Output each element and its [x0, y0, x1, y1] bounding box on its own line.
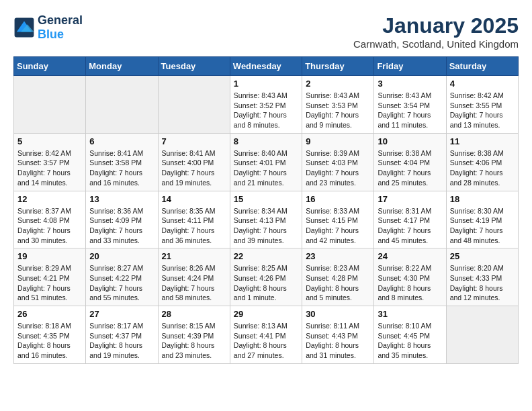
calendar-cell: 2Sunrise: 8:43 AM Sunset: 3:53 PM Daylig…	[302, 76, 374, 134]
cell-info: Sunrise: 8:22 AM Sunset: 4:30 PM Dayligh…	[378, 263, 442, 303]
cell-info: Sunrise: 8:42 AM Sunset: 3:57 PM Dayligh…	[17, 148, 82, 188]
calendar-table: SundayMondayTuesdayWednesdayThursdayFrid…	[13, 56, 519, 364]
cell-info: Sunrise: 8:40 AM Sunset: 4:01 PM Dayligh…	[234, 148, 298, 188]
logo: General Blue	[13, 13, 83, 42]
day-number: 24	[378, 251, 442, 261]
calendar-cell: 30Sunrise: 8:11 AM Sunset: 4:43 PM Dayli…	[302, 306, 374, 364]
day-number: 27	[89, 309, 154, 319]
calendar-cell	[14, 76, 86, 134]
calendar-cell	[158, 76, 230, 134]
day-number: 31	[378, 309, 442, 319]
calendar-cell: 13Sunrise: 8:36 AM Sunset: 4:09 PM Dayli…	[86, 191, 158, 248]
page-header: General Blue January 2025 Carnwath, Scot…	[13, 13, 519, 50]
day-number: 2	[306, 79, 370, 89]
cell-info: Sunrise: 8:34 AM Sunset: 4:13 PM Dayligh…	[234, 206, 298, 246]
day-number: 17	[378, 194, 442, 204]
day-number: 18	[450, 194, 515, 204]
day-number: 12	[17, 194, 82, 204]
day-number: 29	[234, 309, 298, 319]
cell-info: Sunrise: 8:41 AM Sunset: 3:58 PM Dayligh…	[89, 148, 154, 188]
week-row-4: 19Sunrise: 8:29 AM Sunset: 4:21 PM Dayli…	[14, 248, 519, 306]
cell-info: Sunrise: 8:17 AM Sunset: 4:37 PM Dayligh…	[89, 321, 154, 361]
week-row-3: 12Sunrise: 8:37 AM Sunset: 4:08 PM Dayli…	[14, 191, 519, 248]
calendar-cell: 4Sunrise: 8:42 AM Sunset: 3:55 PM Daylig…	[446, 76, 518, 134]
calendar-cell: 17Sunrise: 8:31 AM Sunset: 4:17 PM Dayli…	[374, 191, 446, 248]
cell-info: Sunrise: 8:33 AM Sunset: 4:15 PM Dayligh…	[306, 206, 370, 246]
day-number: 10	[378, 136, 442, 146]
day-number: 3	[378, 79, 442, 89]
calendar-cell: 23Sunrise: 8:23 AM Sunset: 4:28 PM Dayli…	[302, 248, 374, 306]
col-header-monday: Monday	[86, 57, 158, 76]
day-number: 11	[450, 136, 515, 146]
day-number: 25	[450, 251, 515, 261]
day-number: 21	[162, 251, 226, 261]
week-row-1: 1Sunrise: 8:43 AM Sunset: 3:52 PM Daylig…	[14, 76, 519, 134]
day-number: 22	[234, 251, 298, 261]
week-row-2: 5Sunrise: 8:42 AM Sunset: 3:57 PM Daylig…	[14, 133, 519, 191]
day-number: 4	[450, 79, 515, 89]
calendar-cell: 1Sunrise: 8:43 AM Sunset: 3:52 PM Daylig…	[230, 76, 302, 134]
cell-info: Sunrise: 8:38 AM Sunset: 4:04 PM Dayligh…	[378, 148, 442, 188]
day-number: 9	[306, 136, 370, 146]
header-row: SundayMondayTuesdayWednesdayThursdayFrid…	[14, 57, 519, 76]
calendar-cell: 3Sunrise: 8:43 AM Sunset: 3:54 PM Daylig…	[374, 76, 446, 134]
calendar-cell: 22Sunrise: 8:25 AM Sunset: 4:26 PM Dayli…	[230, 248, 302, 306]
calendar-cell: 18Sunrise: 8:30 AM Sunset: 4:19 PM Dayli…	[446, 191, 518, 248]
cell-info: Sunrise: 8:18 AM Sunset: 4:35 PM Dayligh…	[17, 321, 82, 361]
calendar-cell: 29Sunrise: 8:13 AM Sunset: 4:41 PM Dayli…	[230, 306, 302, 364]
day-number: 7	[162, 136, 226, 146]
calendar-cell: 7Sunrise: 8:41 AM Sunset: 4:00 PM Daylig…	[158, 133, 230, 191]
col-header-saturday: Saturday	[446, 57, 518, 76]
month-title: January 2025	[353, 13, 519, 38]
day-number: 23	[306, 251, 370, 261]
col-header-sunday: Sunday	[14, 57, 86, 76]
day-number: 26	[17, 309, 82, 319]
cell-info: Sunrise: 8:42 AM Sunset: 3:55 PM Dayligh…	[450, 91, 515, 130]
day-number: 28	[162, 309, 226, 319]
col-header-tuesday: Tuesday	[158, 57, 230, 76]
calendar-cell: 9Sunrise: 8:39 AM Sunset: 4:03 PM Daylig…	[302, 133, 374, 191]
cell-info: Sunrise: 8:23 AM Sunset: 4:28 PM Dayligh…	[306, 263, 370, 303]
calendar-cell: 5Sunrise: 8:42 AM Sunset: 3:57 PM Daylig…	[14, 133, 86, 191]
calendar-cell: 28Sunrise: 8:15 AM Sunset: 4:39 PM Dayli…	[158, 306, 230, 364]
calendar-cell: 6Sunrise: 8:41 AM Sunset: 3:58 PM Daylig…	[86, 133, 158, 191]
cell-info: Sunrise: 8:15 AM Sunset: 4:39 PM Dayligh…	[162, 321, 226, 361]
calendar-cell: 25Sunrise: 8:20 AM Sunset: 4:33 PM Dayli…	[446, 248, 518, 306]
cell-info: Sunrise: 8:30 AM Sunset: 4:19 PM Dayligh…	[450, 206, 515, 246]
calendar-cell: 24Sunrise: 8:22 AM Sunset: 4:30 PM Dayli…	[374, 248, 446, 306]
cell-info: Sunrise: 8:13 AM Sunset: 4:41 PM Dayligh…	[234, 321, 298, 361]
calendar-cell	[446, 306, 518, 364]
calendar-cell: 21Sunrise: 8:26 AM Sunset: 4:24 PM Dayli…	[158, 248, 230, 306]
day-number: 6	[89, 136, 154, 146]
cell-info: Sunrise: 8:29 AM Sunset: 4:21 PM Dayligh…	[17, 263, 82, 303]
cell-info: Sunrise: 8:11 AM Sunset: 4:43 PM Dayligh…	[306, 321, 370, 361]
cell-info: Sunrise: 8:41 AM Sunset: 4:00 PM Dayligh…	[162, 148, 226, 188]
day-number: 8	[234, 136, 298, 146]
calendar-cell: 20Sunrise: 8:27 AM Sunset: 4:22 PM Dayli…	[86, 248, 158, 306]
cell-info: Sunrise: 8:25 AM Sunset: 4:26 PM Dayligh…	[234, 263, 298, 303]
col-header-wednesday: Wednesday	[230, 57, 302, 76]
cell-info: Sunrise: 8:37 AM Sunset: 4:08 PM Dayligh…	[17, 206, 82, 246]
day-number: 5	[17, 136, 82, 146]
calendar-cell: 27Sunrise: 8:17 AM Sunset: 4:37 PM Dayli…	[86, 306, 158, 364]
cell-info: Sunrise: 8:20 AM Sunset: 4:33 PM Dayligh…	[450, 263, 515, 303]
day-number: 19	[17, 251, 82, 261]
location: Carnwath, Scotland, United Kingdom	[353, 38, 519, 50]
title-block: January 2025 Carnwath, Scotland, United …	[353, 13, 519, 50]
cell-info: Sunrise: 8:31 AM Sunset: 4:17 PM Dayligh…	[378, 206, 442, 246]
logo-text: General Blue	[38, 13, 83, 42]
calendar-cell: 31Sunrise: 8:10 AM Sunset: 4:45 PM Dayli…	[374, 306, 446, 364]
logo-icon	[13, 17, 35, 38]
calendar-cell: 14Sunrise: 8:35 AM Sunset: 4:11 PM Dayli…	[158, 191, 230, 248]
cell-info: Sunrise: 8:43 AM Sunset: 3:53 PM Dayligh…	[306, 91, 370, 130]
calendar-cell: 11Sunrise: 8:38 AM Sunset: 4:06 PM Dayli…	[446, 133, 518, 191]
cell-info: Sunrise: 8:36 AM Sunset: 4:09 PM Dayligh…	[89, 206, 154, 246]
cell-info: Sunrise: 8:43 AM Sunset: 3:52 PM Dayligh…	[234, 91, 298, 130]
cell-info: Sunrise: 8:27 AM Sunset: 4:22 PM Dayligh…	[89, 263, 154, 303]
calendar-cell: 19Sunrise: 8:29 AM Sunset: 4:21 PM Dayli…	[14, 248, 86, 306]
week-row-5: 26Sunrise: 8:18 AM Sunset: 4:35 PM Dayli…	[14, 306, 519, 364]
day-number: 20	[89, 251, 154, 261]
calendar-cell: 8Sunrise: 8:40 AM Sunset: 4:01 PM Daylig…	[230, 133, 302, 191]
day-number: 16	[306, 194, 370, 204]
cell-info: Sunrise: 8:10 AM Sunset: 4:45 PM Dayligh…	[378, 321, 442, 361]
